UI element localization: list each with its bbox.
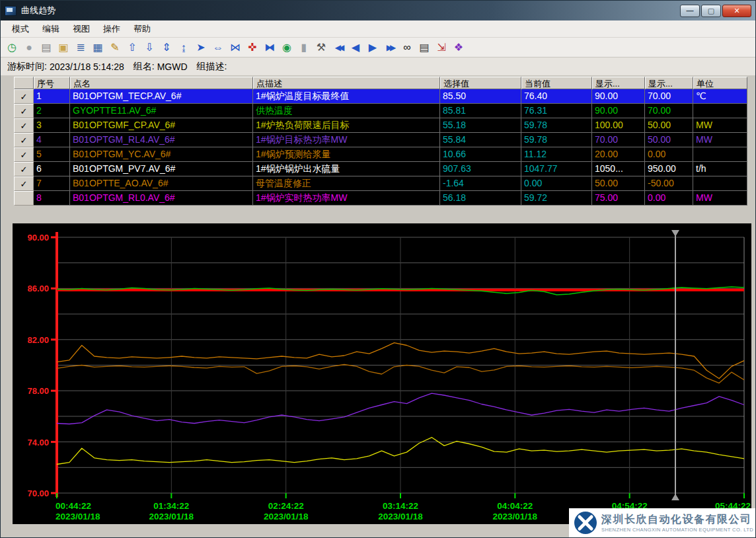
cell-point-desc[interactable]: 1#锅炉锅炉出水硫量 (253, 162, 440, 176)
expand-vertical-icon[interactable]: ⇕ (158, 40, 175, 56)
trend-plot[interactable]: 90.0086.0082.0078.0074.0070.0000:44:2220… (13, 223, 751, 524)
cell-display-min[interactable]: 50.00 (645, 133, 693, 147)
center-cursor-icon[interactable]: ⧓ (261, 40, 278, 56)
cell-seq[interactable]: 3 (34, 118, 70, 133)
row-checkbox[interactable] (14, 191, 34, 206)
cell-display-min[interactable]: 50.00 (645, 118, 693, 133)
cell-selected-value[interactable]: 55.18 (440, 118, 521, 133)
cursor-bottom-handle[interactable] (671, 494, 679, 500)
find-icon[interactable]: ∞ (398, 40, 416, 56)
menu-edit[interactable]: 编辑 (36, 21, 65, 37)
cell-display-min[interactable]: -50.00 (645, 176, 693, 191)
row-checkbox[interactable]: ✓ (14, 147, 34, 162)
cell-unit[interactable]: t/h (693, 162, 747, 176)
fast-backward-icon[interactable]: ◀◀ (330, 40, 347, 56)
cell-unit[interactable]: MW (693, 118, 747, 133)
cell-selected-value[interactable]: 56.18 (440, 191, 521, 206)
cell-current-value[interactable]: 76.31 (521, 104, 592, 118)
cell-unit[interactable]: ℃ (693, 89, 747, 104)
cell-display-max[interactable]: 70.00 (592, 133, 645, 147)
cell-point-desc[interactable]: 1#炉热负荷限速后目标 (253, 118, 440, 133)
cell-current-value[interactable]: 59.78 (521, 118, 592, 133)
snapshot-icon[interactable]: ▮ (295, 40, 313, 56)
row-checkbox[interactable]: ✓ (14, 118, 34, 133)
row-checkbox[interactable]: ✓ (14, 133, 34, 147)
pan-crosshair-icon[interactable]: ✜ (244, 40, 261, 56)
trend-window-icon[interactable]: ▦ (89, 40, 106, 56)
cell-current-value[interactable]: 1047.77 (521, 162, 592, 176)
cell-display-max[interactable]: 75.00 (592, 191, 645, 206)
cell-point-name[interactable]: B01OPTGM_YC.AV_6# (70, 147, 253, 162)
cell-display-max[interactable]: 50.00 (592, 176, 645, 191)
zoom-icon[interactable]: ◉ (278, 40, 295, 56)
cell-unit[interactable] (693, 147, 747, 162)
cell-display-min[interactable]: 0.00 (645, 147, 693, 162)
cell-point-desc[interactable]: 1#锅炉预测给浆量 (253, 147, 440, 162)
help-book-icon[interactable]: ❖ (450, 40, 467, 56)
cell-display-min[interactable]: 70.00 (645, 89, 693, 104)
cell-seq[interactable]: 2 (34, 104, 70, 118)
cell-selected-value[interactable]: 85.50 (440, 89, 521, 104)
close-button[interactable]: ✕ (722, 5, 751, 17)
cell-display-max[interactable]: 1050... (592, 162, 645, 176)
cell-point-name[interactable]: B01OPTGM_TECP.AV_6# (70, 89, 253, 104)
cell-point-desc[interactable]: 供热温度 (253, 104, 440, 118)
row-checkbox[interactable]: ✓ (14, 104, 34, 118)
row-checkbox[interactable]: ✓ (14, 89, 34, 104)
cell-point-name[interactable]: B01OPTGM_PV7.AV_6# (70, 162, 253, 176)
cell-display-min[interactable]: 950.00 (645, 162, 693, 176)
cell-selected-value[interactable]: 55.84 (440, 133, 521, 147)
cell-unit[interactable] (693, 176, 747, 191)
compress-vertical-icon[interactable]: ↨ (175, 40, 192, 56)
cell-point-desc[interactable]: 1#锅炉温度目标最终值 (253, 89, 440, 104)
cell-point-name[interactable]: B01OPTGMF_CP.AV_6# (70, 118, 253, 133)
new-folder-icon[interactable]: ▣ (55, 40, 72, 56)
menu-operate[interactable]: 操作 (97, 21, 126, 37)
cell-point-desc[interactable]: 母管温度修正 (253, 176, 440, 191)
cell-selected-value[interactable]: 85.81 (440, 104, 521, 118)
menu-view[interactable]: 视图 (67, 21, 96, 37)
cell-display-max[interactable]: 90.00 (592, 104, 645, 118)
cursor-top-handle[interactable] (671, 230, 679, 237)
minimize-button[interactable]: — (680, 5, 700, 17)
point-list-icon[interactable]: ≣ (72, 40, 89, 56)
cell-display-max[interactable]: 100.00 (592, 118, 645, 133)
maximize-button[interactable]: ▢ (701, 5, 721, 17)
time-clock-icon[interactable]: ◷ (3, 40, 20, 56)
cell-selected-value[interactable]: 907.63 (440, 162, 521, 176)
plotter-icon[interactable]: ▤ (38, 40, 55, 56)
step-forward-icon[interactable]: ▶ (364, 40, 381, 56)
scale-down-icon[interactable]: ⇩ (141, 40, 158, 56)
cell-selected-value[interactable]: -1.64 (440, 176, 521, 191)
cell-point-desc[interactable]: 1#锅炉实时热功率MW (253, 191, 440, 206)
row-checkbox[interactable]: ✓ (14, 176, 34, 191)
row-checkbox[interactable]: ✓ (14, 162, 34, 176)
cell-display-min[interactable]: 70.00 (645, 104, 693, 118)
cell-seq[interactable]: 5 (34, 147, 70, 162)
cell-current-value[interactable]: 0.00 (521, 176, 592, 191)
cell-current-value[interactable]: 76.40 (521, 89, 592, 104)
cell-current-value[interactable]: 59.72 (521, 191, 592, 206)
menu-mode[interactable]: 模式 (6, 21, 35, 37)
tools-icon[interactable]: ⚒ (313, 40, 330, 56)
cell-seq[interactable]: 1 (34, 89, 70, 104)
cell-seq[interactable]: 4 (34, 133, 70, 147)
cell-display-max[interactable]: 90.00 (592, 89, 645, 104)
cursor-pointer-icon[interactable]: ➤ (192, 40, 209, 56)
scale-up-icon[interactable]: ⇧ (124, 40, 141, 56)
cell-current-value[interactable]: 11.12 (521, 147, 592, 162)
cell-seq[interactable]: 7 (34, 176, 70, 191)
cell-seq[interactable]: 8 (34, 191, 70, 206)
cell-point-desc[interactable]: 1#锅炉目标热功率MW (253, 133, 440, 147)
cell-display-min[interactable]: 0.00 (645, 191, 693, 206)
cell-unit[interactable]: MW (693, 133, 747, 147)
cell-selected-value[interactable]: 10.66 (440, 147, 521, 162)
cell-point-name[interactable]: B01OPTGM_RL0.AV_6# (70, 191, 253, 206)
compress-horizontal-icon[interactable]: ⋈ (227, 40, 244, 56)
cell-seq[interactable]: 6 (34, 162, 70, 176)
expand-horizontal-icon[interactable]: ⇔ (209, 40, 227, 56)
fast-forward-icon[interactable]: ▶▶ (381, 40, 398, 56)
export-icon[interactable]: ⇲ (433, 40, 450, 56)
trend-chart[interactable]: 90.0086.0082.0078.0074.0070.0000:44:2220… (13, 223, 751, 524)
cell-current-value[interactable]: 59.78 (521, 133, 592, 147)
